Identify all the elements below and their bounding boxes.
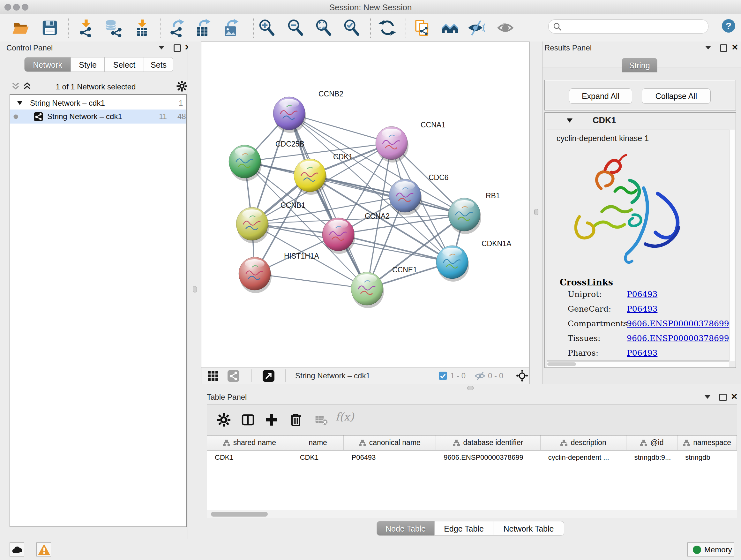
open-session-icon[interactable] [11, 19, 29, 37]
right-splitter[interactable] [529, 42, 542, 384]
tab-style[interactable]: Style [71, 57, 105, 72]
table-horizontal-scrollbar[interactable] [207, 510, 737, 518]
panel-close-icon[interactable]: ✕ [731, 393, 738, 400]
tab-network[interactable]: Network [24, 57, 71, 72]
network-row-selected[interactable]: String Network – cdk1 11 48 [10, 110, 186, 124]
detach-view-icon[interactable] [263, 370, 274, 382]
table-cell[interactable]: cyclin-dependent ... [541, 450, 627, 464]
column-header-namespace[interactable]: namespace [677, 435, 737, 450]
table-cell[interactable]: stringdb [677, 450, 737, 464]
tab-network-table[interactable]: Network Table [493, 521, 564, 536]
node-result-header[interactable]: CDK1 [545, 113, 736, 129]
save-session-icon[interactable] [41, 19, 59, 37]
gear-icon[interactable] [176, 80, 188, 92]
cloud-button[interactable] [10, 543, 24, 557]
show-columns-icon[interactable] [240, 412, 256, 428]
table-row[interactable]: CDK1CDK1P064939606.ENSP00000378699cyclin… [207, 450, 737, 464]
scrollbar-thumb[interactable] [211, 512, 268, 516]
table-cell[interactable]: 9606.ENSP00000378699 [436, 450, 541, 464]
column-header-name[interactable]: name [292, 435, 344, 450]
network-node-cdc6[interactable] [389, 179, 422, 215]
apply-layout-icon[interactable] [379, 19, 396, 37]
crosslink-link[interactable]: P06493 [627, 290, 657, 299]
results-horizontal-scrollbar[interactable] [547, 361, 729, 367]
network-thumbnail-icon[interactable] [227, 370, 239, 382]
zoom-selected-icon[interactable] [343, 19, 360, 37]
network-node-ccne1[interactable] [351, 272, 384, 308]
help-button[interactable]: ? [722, 19, 735, 33]
export-image-icon[interactable] [222, 19, 240, 37]
tab-edge-table[interactable]: Edge Table [434, 521, 493, 536]
crosslink-link[interactable]: P06493 [627, 304, 657, 314]
results-vertical-scrollbar[interactable] [729, 130, 735, 361]
network-node-cdk1[interactable] [294, 159, 327, 195]
network-collection-row[interactable]: String Network – cdk1 1 [10, 96, 186, 110]
panel-float-icon[interactable] [719, 394, 727, 401]
table-cell[interactable]: CDK1 [292, 450, 344, 464]
grid-view-icon[interactable] [208, 371, 218, 381]
add-column-icon[interactable] [264, 412, 279, 428]
tab-node-table[interactable]: Node Table [377, 521, 434, 536]
birdseye-icon[interactable] [516, 370, 528, 382]
column-header-canonical-name[interactable]: canonical name [344, 435, 436, 450]
collapse-entry-icon[interactable] [567, 118, 572, 123]
network-node-ccnb2[interactable] [273, 97, 306, 133]
network-node-cdc25b[interactable] [229, 145, 262, 181]
scrollbar-thumb[interactable] [547, 362, 576, 366]
table-cell[interactable]: stringdb:9... [626, 450, 677, 464]
column-header-database-identifier[interactable]: database identifier [436, 435, 541, 450]
delete-column-icon[interactable] [288, 412, 304, 428]
network-node-ccna2[interactable] [322, 218, 355, 254]
network-graph[interactable]: CCNB2CCNA1CDC25BCDK1CDC6RB1CCNB1CCNA2CDK… [201, 42, 529, 367]
network-node-rb1[interactable] [448, 198, 481, 234]
left-splitter[interactable] [188, 42, 201, 539]
tab-sets[interactable]: Sets [144, 57, 173, 72]
splitter-handle[interactable] [193, 286, 197, 293]
column-header--id[interactable]: @id [626, 435, 677, 450]
hidden-eye-icon[interactable] [475, 372, 485, 380]
string-home-icon[interactable] [441, 19, 459, 37]
memory-button[interactable]: Memory [687, 543, 734, 557]
collapse-all-button[interactable]: Collapse All [642, 88, 711, 104]
tree-expander-icon[interactable] [17, 101, 22, 105]
table-cell[interactable]: CDK1 [207, 450, 292, 464]
tab-string[interactable]: String [622, 58, 657, 72]
zoom-in-icon[interactable] [258, 19, 276, 37]
crosslink-link[interactable]: P06493 [627, 348, 657, 358]
network-canvas[interactable]: CCNB2CCNA1CDC25BCDK1CDC6RB1CCNB1CCNA2CDK… [201, 42, 529, 384]
warnings-button[interactable] [37, 543, 51, 557]
import-network-database-icon[interactable] [104, 19, 122, 37]
crosslink-link[interactable]: 9606.ENSP00000378699 [627, 334, 729, 343]
export-table-icon[interactable] [194, 19, 212, 37]
zoom-out-icon[interactable] [286, 19, 305, 37]
import-table-file-icon[interactable] [133, 19, 151, 37]
crosslink-link[interactable]: 9606.ENSP00000378699 [627, 319, 729, 328]
splitter-handle[interactable] [534, 209, 538, 215]
gear-icon[interactable] [216, 412, 231, 428]
panel-float-icon[interactable] [174, 44, 181, 52]
expand-all-button[interactable]: Expand All [569, 88, 632, 104]
bottom-splitter[interactable] [201, 384, 741, 391]
import-network-file-icon[interactable] [77, 19, 95, 37]
table-cell[interactable]: P06493 [344, 450, 436, 464]
network-node-cdkn1a[interactable] [436, 246, 469, 282]
selected-checkbox-icon[interactable] [439, 372, 447, 380]
graphics-details-icon[interactable] [497, 19, 515, 37]
panel-menu-icon[interactable] [704, 395, 711, 399]
network-node-ccna1[interactable] [376, 126, 408, 163]
hide-glyphs-icon[interactable] [467, 19, 485, 37]
panel-menu-icon[interactable] [158, 46, 164, 50]
tab-select[interactable]: Select [105, 57, 144, 72]
search-input[interactable] [565, 21, 704, 32]
column-header-description[interactable]: description [541, 435, 627, 450]
network-node-hist1h1a[interactable] [239, 257, 272, 293]
control-panel-tabs: NetworkStyleSelectSets [24, 57, 173, 72]
string-import-icon[interactable] [414, 19, 431, 37]
panel-float-icon[interactable] [720, 44, 727, 52]
panel-menu-icon[interactable] [705, 46, 711, 50]
panel-close-icon[interactable]: ✕ [731, 44, 738, 51]
zoom-fit-icon[interactable] [315, 19, 333, 37]
export-network-icon[interactable] [168, 19, 186, 37]
column-header-shared-name[interactable]: shared name [207, 435, 292, 450]
splitter-handle[interactable] [467, 386, 474, 390]
